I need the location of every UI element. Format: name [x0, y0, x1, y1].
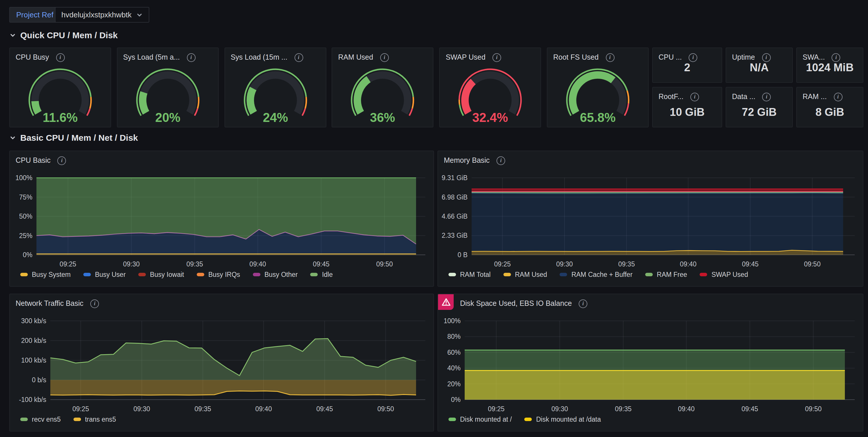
chart-legend: RAM TotalRAM UsedRAM Cache + BufferRAM F… [438, 271, 863, 286]
svg-text:09:45: 09:45 [316, 405, 333, 413]
svg-text:09:40: 09:40 [678, 405, 695, 413]
svg-text:09:30: 09:30 [552, 405, 568, 413]
panel-header[interactable]: CPU Basic i [10, 151, 433, 169]
svg-text:4.66 GiB: 4.66 GiB [442, 212, 468, 220]
panel-header[interactable]: Disk Space Used, EBS IO Balance i [438, 294, 863, 312]
panel-header[interactable]: Memory Basic i [438, 151, 863, 169]
legend-chip [83, 273, 91, 276]
info-icon[interactable]: i [763, 92, 771, 101]
info-icon[interactable]: i [606, 53, 614, 62]
legend-item[interactable]: recv ens5 [20, 416, 61, 423]
legend-item[interactable]: Idle [310, 271, 333, 278]
svg-text:9.31 GiB: 9.31 GiB [442, 174, 468, 181]
legend-label: RAM Used [515, 271, 547, 278]
legend-item[interactable]: Busy System [20, 271, 71, 278]
svg-text:09:40: 09:40 [249, 260, 266, 268]
svg-text:300 kb/s: 300 kb/s [21, 317, 46, 325]
svg-text:09:30: 09:30 [123, 260, 140, 268]
panel-header[interactable]: RAM ...i [797, 87, 863, 105]
legend-item[interactable]: Busy IRQs [197, 271, 240, 278]
legend-label: Busy System [32, 271, 71, 278]
svg-text:0%: 0% [451, 396, 461, 403]
panel-title: Disk Space Used, EBS IO Balance [460, 299, 572, 308]
panel-memory-basic: Memory Basic i 0 B2.33 GiB4.66 GiB6.98 G… [437, 151, 863, 287]
legend-item[interactable]: Busy Other [253, 271, 298, 278]
alert-icon[interactable] [438, 294, 454, 310]
svg-text:0 b/s: 0 b/s [32, 376, 46, 384]
info-icon[interactable]: i [496, 156, 505, 165]
stat-panel: CPU ...i2 [652, 48, 722, 83]
panel-header[interactable]: Sys Load (15m ...i [225, 48, 326, 65]
legend-chip [503, 273, 511, 276]
svg-text:80%: 80% [447, 333, 461, 340]
gauge-panel: CPU Busyi11.6% [9, 48, 111, 127]
legend-item[interactable]: RAM Free [645, 271, 687, 278]
svg-text:100 kb/s: 100 kb/s [21, 356, 46, 364]
gauge-value: 11.6% [43, 111, 78, 124]
gauge-value: 20% [155, 111, 180, 124]
chart-disk-space[interactable]: 0%20%40%60%80%100%09:2509:3009:3509:4009… [438, 311, 863, 416]
info-icon[interactable]: i [762, 53, 771, 62]
panel-header[interactable]: Sys Load (5m a...i [118, 48, 218, 65]
panel-title: Uptime [732, 53, 755, 61]
legend-chip [560, 273, 567, 276]
panel-title: SWAP Used [445, 53, 486, 61]
svg-text:09:25: 09:25 [494, 260, 511, 268]
chart-network-traffic[interactable]: -100 kb/s0 b/s100 kb/s200 kb/s300 kb/s09… [10, 311, 433, 416]
svg-text:2.33 GiB: 2.33 GiB [442, 232, 468, 239]
chart-legend: Busy SystemBusy UserBusy IowaitBusy IRQs… [10, 271, 433, 286]
legend-item[interactable]: Busy User [83, 271, 126, 278]
info-icon[interactable]: i [690, 92, 699, 101]
legend-chip [20, 273, 28, 276]
dashboard: Project Ref hvdelujxlxstpxkhwbtk Quick C… [0, 0, 868, 437]
info-icon[interactable]: i [380, 53, 389, 62]
panel-title: Network Traffic Basic [16, 299, 83, 308]
panel-header[interactable]: SWAP Usedi [440, 48, 540, 65]
panel-header[interactable]: CPU Busyi [10, 48, 111, 65]
svg-text:09:50: 09:50 [376, 260, 393, 268]
info-icon[interactable]: i [58, 156, 66, 165]
svg-text:09:45: 09:45 [742, 260, 758, 268]
stat-value: 2 [653, 61, 722, 74]
variable-dropdown[interactable]: hvdelujxlxstpxkhwbtk [55, 7, 150, 23]
svg-text:09:50: 09:50 [804, 260, 821, 268]
info-icon[interactable]: i [90, 299, 99, 308]
panel-header[interactable]: RAM Usedi [333, 48, 433, 65]
info-icon[interactable]: i [294, 53, 303, 62]
info-icon[interactable]: i [56, 53, 64, 62]
section-header-quick[interactable]: Quick CPU / Mem / Disk [9, 30, 118, 40]
legend-item[interactable]: Busy Iowait [138, 271, 184, 278]
info-icon[interactable]: i [689, 53, 698, 62]
chart-memory-basic[interactable]: 0 B2.33 GiB4.66 GiB6.98 GiB9.31 GiB09:25… [438, 167, 863, 271]
chart-cpu-basic[interactable]: 0%25%50%75%100%09:2509:3009:3509:4009:45… [10, 167, 433, 271]
legend-item[interactable]: Disk mounted at / [448, 416, 512, 423]
legend-chip [73, 417, 81, 421]
legend-chip [448, 273, 456, 276]
legend-item[interactable]: RAM Cache + Buffer [560, 271, 632, 278]
svg-text:20%: 20% [447, 380, 461, 388]
info-icon[interactable]: i [579, 299, 587, 308]
section-header-basic[interactable]: Basic CPU / Mem / Net / Disk [9, 133, 138, 143]
svg-text:200 kb/s: 200 kb/s [21, 337, 46, 344]
legend-item[interactable]: SWAP Used [700, 271, 748, 278]
info-icon[interactable]: i [834, 92, 842, 101]
info-icon[interactable]: i [492, 53, 501, 62]
panel-header[interactable]: RootF...i [653, 87, 722, 105]
panel-header[interactable]: Root FS Usedi [548, 48, 648, 65]
svg-text:09:25: 09:25 [60, 260, 76, 268]
panel-title: Sys Load (5m a... [123, 53, 180, 61]
gauge-panel: Root FS Usedi65.8% [547, 48, 649, 127]
legend-item[interactable]: Disk mounted at /data [525, 416, 601, 423]
panel-cpu-basic: CPU Basic i 0%25%50%75%100%09:2509:3009:… [9, 151, 434, 287]
gauge: 65.8% [548, 67, 648, 127]
info-icon[interactable]: i [832, 53, 840, 62]
panel-header[interactable]: Network Traffic Basic i [10, 294, 433, 312]
panel-title: Data ... [732, 93, 755, 101]
info-icon[interactable]: i [187, 53, 195, 62]
panel-title: Sys Load (15m ... [230, 53, 287, 61]
legend-item[interactable]: trans ens5 [73, 416, 116, 423]
legend-item[interactable]: RAM Total [448, 271, 491, 278]
svg-text:09:35: 09:35 [194, 405, 211, 413]
legend-item[interactable]: RAM Used [503, 271, 547, 278]
panel-header[interactable]: Data ...i [726, 87, 792, 105]
